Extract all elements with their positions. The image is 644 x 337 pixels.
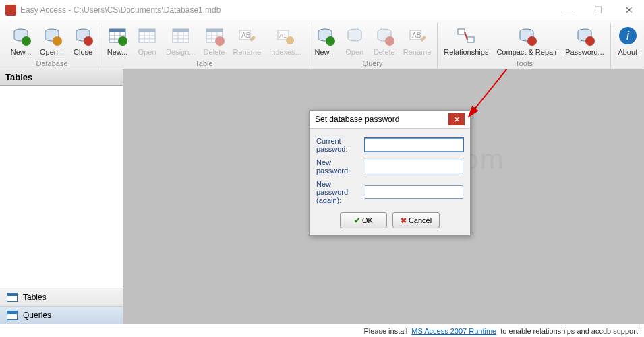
svg-line-46: [465, 32, 467, 40]
svg-point-48: [527, 36, 537, 46]
qry-new-icon: 2 32">: [314, 25, 336, 47]
tbl-new-icon: 2 32">: [107, 25, 128, 47]
db-open-button[interactable]: 2 32">Open...: [36, 23, 67, 58]
ribbon-group-query: 2 32">New...Open2 32">DeleteABRenameQuer…: [308, 23, 438, 69]
ribbon-group-label: Table: [195, 59, 212, 67]
ribbon-group-tools: Relationships2 32">Compact & Repair2 32"…: [438, 23, 610, 69]
ribbon-button-label: Open...: [40, 48, 64, 56]
svg-point-3: [53, 36, 62, 46]
ribbon-button-label: Relationships: [444, 48, 488, 56]
tbl-indexes-button: A1Indexes...: [266, 23, 305, 58]
tbl-new-button[interactable]: 2 32">New...: [103, 23, 131, 58]
cross-icon: ✖: [401, 216, 407, 225]
qry-new-button[interactable]: 2 32">New...: [311, 23, 339, 58]
svg-point-5: [84, 36, 93, 46]
app-icon: [5, 5, 16, 16]
ribbon-button-label: Delete: [374, 48, 395, 56]
svg-point-31: [215, 36, 225, 46]
svg-rect-44: [458, 29, 465, 34]
tool-password-button[interactable]: 2 32">Password...: [562, 23, 607, 58]
ribbon-button-label: New...: [11, 48, 32, 56]
svg-point-1: [22, 36, 31, 46]
ribbon-button-label: Rename: [403, 48, 432, 56]
sidebar-tabs: Tables Queries: [0, 288, 123, 324]
ribbon-button-label: Open: [345, 48, 363, 56]
ok-button[interactable]: ✔OK: [340, 212, 387, 228]
new-password-input[interactable]: [365, 160, 463, 173]
svg-rect-14: [139, 29, 155, 32]
ribbon-button-label: Compact & Repair: [496, 48, 557, 56]
tbl-delete-icon: 2 32">: [204, 25, 225, 47]
new-password-label: New password:: [316, 158, 365, 175]
svg-point-38: [326, 36, 335, 46]
window-controls: — ☐ ✕: [553, 0, 644, 20]
tbl-rename-icon: AB: [236, 25, 258, 47]
tbl-open-button: Open: [133, 23, 161, 58]
ribbon-group-label: Database: [36, 59, 67, 67]
window-title: Easy Access - C:\Users\CS\Documents\Data…: [20, 5, 221, 15]
svg-point-41: [385, 36, 394, 46]
svg-rect-45: [467, 37, 474, 42]
ribbon-group-database: 2 32">New...2 32">Open...2 32">CloseData…: [4, 23, 100, 69]
password-dialog: Set database password ✕ Current passwod:…: [309, 110, 471, 236]
close-window-button[interactable]: ✕: [614, 0, 644, 20]
ribbon-button-label: New...: [314, 48, 335, 56]
rel-icon: [455, 25, 477, 47]
status-suffix: to enable relationships and accdb suppor…: [500, 327, 640, 335]
dialog-body: Current passwod: New password: New passw…: [310, 129, 470, 235]
current-password-input[interactable]: [365, 138, 463, 152]
svg-rect-7: [109, 29, 125, 32]
sidebar-tab-queries[interactable]: Queries: [0, 306, 123, 324]
tbl-rename-button: ABRename: [230, 23, 265, 58]
compact-icon: 2 32">: [516, 25, 537, 47]
dialog-close-button[interactable]: ✕: [448, 113, 465, 125]
again-password-input[interactable]: [365, 185, 463, 199]
svg-point-36: [286, 36, 294, 44]
tbl-delete-button: 2 32">Delete: [200, 23, 229, 58]
tbl-open-icon: [136, 25, 158, 47]
db-new-button[interactable]: 2 32">New...: [7, 23, 35, 58]
svg-point-12: [118, 36, 127, 46]
db-new-icon: 2 32">: [10, 25, 32, 47]
titlebar: Easy Access - C:\Users\CS\Documents\Data…: [0, 0, 644, 20]
tbl-indexes-icon: A1: [274, 25, 296, 47]
ribbon-button-label: Indexes...: [269, 48, 301, 56]
ribbon-button-label: Delete: [204, 48, 225, 56]
again-password-label: New password (again):: [316, 180, 365, 204]
sidebar-tab-label: Queries: [23, 311, 51, 320]
db-close-button[interactable]: 2 32">Close: [69, 23, 97, 58]
sidebar-tab-tables[interactable]: Tables: [0, 288, 123, 306]
svg-text:AB: AB: [412, 32, 421, 39]
content-area: anxz.com Set database password ✕ Current…: [123, 69, 644, 324]
sidebar-body: [0, 86, 123, 288]
svg-rect-26: [206, 29, 223, 32]
cancel-button[interactable]: ✖Cancel: [392, 212, 440, 228]
tool-compact-button[interactable]: 2 32">Compact & Repair: [493, 23, 560, 58]
svg-line-56: [469, 69, 512, 117]
sidebar-tab-label: Tables: [23, 293, 47, 302]
ribbon-button-label: Password...: [565, 48, 604, 56]
svg-rect-20: [173, 29, 189, 32]
dialog-title-text: Set database password: [315, 115, 399, 124]
tool-rel-button[interactable]: Relationships: [440, 23, 492, 58]
ribbon-group-label: Tools: [515, 59, 533, 67]
qry-rename-icon: AB: [407, 25, 428, 47]
maximize-button[interactable]: ☐: [583, 0, 614, 20]
ribbon-group-table: 2 32">New...OpenDesign...2 32">DeleteABR…: [100, 23, 308, 69]
main-area: Tables Tables Queries anxz.com Set datab…: [0, 69, 644, 324]
check-icon: ✔: [354, 216, 360, 225]
ribbon-button-label: About: [618, 48, 637, 56]
minimize-button[interactable]: —: [553, 0, 583, 20]
qry-rename-button: ABRename: [400, 23, 435, 58]
status-link[interactable]: MS Access 2007 Runtime: [411, 327, 496, 335]
qry-delete-icon: 2 32">: [374, 25, 395, 47]
ribbon-button-label: Close: [74, 48, 92, 56]
svg-point-50: [585, 36, 595, 46]
ribbon-toolbar: 2 32">New...2 32">Open...2 32">CloseData…: [0, 20, 644, 69]
help-about-button[interactable]: iAbout: [614, 23, 642, 58]
table-icon: [7, 293, 18, 302]
statusbar: Please install MS Access 2007 Runtime to…: [0, 324, 644, 337]
qry-delete-button: 2 32">Delete: [370, 23, 399, 58]
ribbon-group-help: iAboutYouTubeDemonstration: [611, 23, 644, 69]
tbl-design-icon: [170, 25, 192, 47]
